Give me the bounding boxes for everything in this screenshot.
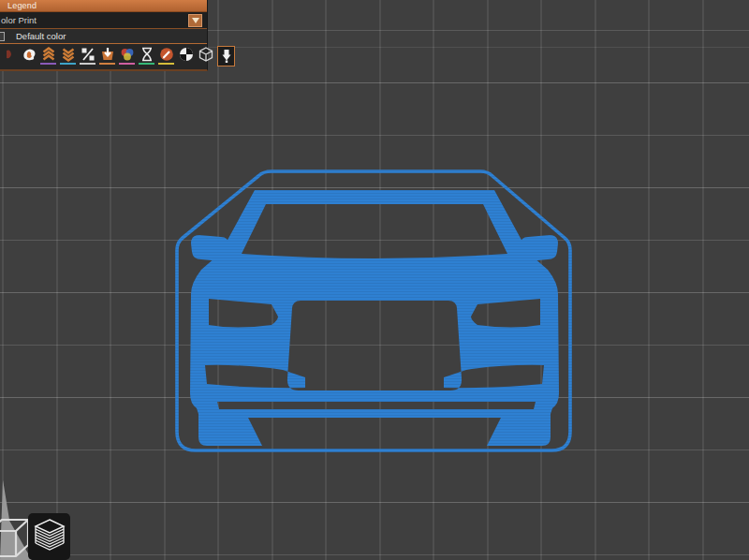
pin-legend-icon[interactable] bbox=[217, 46, 235, 66]
dropdown-button[interactable] bbox=[188, 14, 202, 27]
fan-speed-icon[interactable] bbox=[99, 47, 115, 67]
keychain-outline bbox=[177, 171, 570, 450]
editor-3d-view-button[interactable] bbox=[0, 515, 30, 560]
car-model-preview[interactable] bbox=[169, 157, 580, 466]
color-item-label: Default color bbox=[0, 31, 66, 41]
travel-moves-icon[interactable] bbox=[198, 47, 213, 67]
slicer-window: Legend olor Print Default color bbox=[0, 0, 749, 560]
layer-height-icon[interactable] bbox=[40, 47, 56, 67]
toolpath-partial-icon[interactable] bbox=[1, 47, 17, 67]
tool-icon[interactable] bbox=[158, 47, 174, 67]
time-icon[interactable] bbox=[139, 47, 154, 67]
view-type-dropdown[interactable]: olor Print bbox=[0, 12, 207, 29]
legend-panel: Legend olor Print Default color bbox=[0, 0, 208, 71]
temperature-icon[interactable] bbox=[119, 47, 135, 67]
feature-type-icon[interactable] bbox=[21, 47, 37, 67]
volumetric-flow-icon[interactable] bbox=[178, 47, 194, 67]
chevron-down-icon bbox=[192, 18, 199, 23]
car-body bbox=[190, 190, 559, 446]
view-type-value: olor Print bbox=[0, 15, 37, 25]
legend-color-item[interactable]: Default color bbox=[0, 29, 207, 44]
speed-icon[interactable] bbox=[80, 47, 95, 67]
color-swatch bbox=[0, 32, 5, 41]
line-width-icon[interactable] bbox=[60, 47, 76, 67]
view-options-toolbar bbox=[0, 44, 207, 69]
legend-panel-title: Legend bbox=[0, 0, 207, 12]
layers-icon bbox=[33, 518, 66, 555]
layers-preview-button[interactable] bbox=[28, 513, 70, 560]
